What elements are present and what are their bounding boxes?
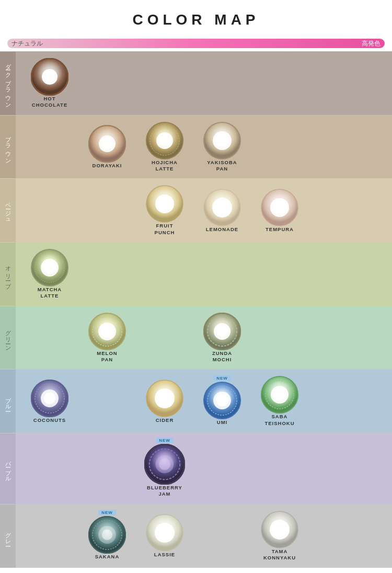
section-dark-brown: ダークブラウン HOTCHOCOLATE bbox=[0, 51, 392, 115]
svg-point-29 bbox=[101, 326, 113, 337]
section-brown: ブラウン DORAYAKI bbox=[0, 115, 392, 179]
lens-name: FRUITPUNCH bbox=[155, 223, 175, 236]
section-label-purple: パープル bbox=[0, 433, 16, 504]
lens-icon-umi bbox=[203, 382, 241, 419]
lens-icon-tama-konnyaku bbox=[261, 511, 298, 548]
section-content-gray: NEW SAKANA bbox=[16, 505, 392, 568]
list-item: NEW SAKANA bbox=[78, 512, 136, 560]
gradient-label-right: 高発色 bbox=[362, 39, 381, 48]
list-item: FRUITPUNCH bbox=[136, 185, 193, 236]
list-item: DORAYAKI bbox=[78, 125, 136, 169]
svg-point-2 bbox=[44, 72, 55, 82]
lens-name: SAKANA bbox=[95, 554, 120, 560]
lens-name: MATCHALATTE bbox=[38, 286, 62, 300]
svg-point-52 bbox=[159, 459, 170, 470]
section-label-green: グリーン bbox=[0, 306, 16, 370]
svg-point-15 bbox=[158, 197, 171, 211]
new-badge-sakana: NEW bbox=[98, 510, 116, 515]
lens-name: LEMONADE bbox=[206, 226, 238, 233]
svg-point-12 bbox=[216, 134, 228, 147]
lens-icon-fruit-punch bbox=[146, 185, 183, 223]
lens-icon-lemonade bbox=[203, 189, 241, 226]
svg-point-56 bbox=[102, 530, 112, 540]
lens-icon-sakana bbox=[88, 516, 126, 554]
lens-name: SABATEISHOKU bbox=[264, 414, 294, 427]
section-content-brown: DORAYAKI HOJICHALATTE bbox=[16, 116, 392, 179]
list-item: NEW UMI bbox=[193, 377, 251, 426]
lens-name: TEMPURA bbox=[266, 226, 294, 233]
section-content-purple: NEW BLUEBERRYJAM bbox=[16, 433, 392, 504]
lens-icon-coconuts bbox=[31, 380, 68, 417]
gradient-label-left: ナチュラル bbox=[11, 39, 43, 48]
lens-icon-blueberry-jam bbox=[144, 444, 185, 485]
section-label-olive: オリーブ bbox=[0, 243, 16, 306]
svg-point-25 bbox=[44, 262, 55, 273]
list-item: YAKISOBAPAN bbox=[193, 122, 251, 173]
lens-name: HOTCHOCOLATE bbox=[32, 96, 67, 109]
list-item: CIDER bbox=[136, 380, 193, 423]
lens-name: LASSIE bbox=[154, 552, 175, 558]
lens-icon-melon-pan bbox=[88, 313, 126, 350]
lens-name: DORAYAKI bbox=[93, 163, 122, 169]
list-item: NEW BLUEBERRYJAM bbox=[136, 440, 193, 498]
svg-point-18 bbox=[215, 200, 229, 215]
list-item: LASSIE bbox=[136, 514, 193, 558]
list-item: MELONPAN bbox=[78, 313, 136, 363]
lens-icon-lassie bbox=[146, 514, 183, 552]
gradient-bar-container: ナチュラル 高発色 bbox=[0, 36, 392, 51]
lens-icon-dorayaki bbox=[88, 125, 126, 163]
lens-name: TAMAKONNYAKU bbox=[263, 548, 296, 561]
section-olive: オリーブ MATCHALATTE bbox=[0, 242, 392, 306]
lens-name: MELONPAN bbox=[97, 350, 117, 363]
svg-point-44 bbox=[216, 395, 228, 406]
section-content-green: MELONPAN ZUNDAMOCHI bbox=[16, 306, 392, 370]
section-purple: パープル NEW BLUEBERRYJAM bbox=[0, 433, 392, 504]
svg-point-59 bbox=[157, 525, 172, 540]
section-blue: ブルー COCONUTS bbox=[0, 369, 392, 433]
lens-name: CIDER bbox=[156, 417, 174, 423]
list-item: HOTCHOCOLATE bbox=[21, 58, 78, 109]
page-title: COLOR MAP bbox=[0, 0, 392, 36]
list-item: TAMAKONNYAKU bbox=[251, 511, 308, 561]
new-badge-umi: NEW bbox=[213, 375, 231, 381]
section-label-blue: ブルー bbox=[0, 370, 16, 433]
list-item: TEMPURA bbox=[251, 189, 308, 233]
section-content-beige: FRUITPUNCH LEMONADE bbox=[16, 179, 392, 242]
section-content-blue: COCONUTS CIDER NEW bbox=[16, 370, 392, 433]
lens-name: HOJICHALATTE bbox=[152, 159, 178, 173]
lens-name: BLUEBERRYJAM bbox=[147, 485, 182, 498]
svg-point-40 bbox=[157, 391, 172, 406]
list-item: ZUNDAMOCHI bbox=[193, 313, 251, 363]
svg-point-62 bbox=[272, 522, 287, 537]
section-label-beige: ベージュ bbox=[0, 179, 16, 242]
svg-point-33 bbox=[217, 326, 227, 337]
svg-point-5 bbox=[102, 139, 112, 149]
lens-name: UMI bbox=[217, 419, 227, 426]
svg-point-37 bbox=[44, 393, 55, 404]
lens-icon-tempura bbox=[261, 189, 298, 226]
lens-icon-hot-chocolate bbox=[31, 58, 68, 96]
gradient-bar: ナチュラル 高発色 bbox=[7, 39, 385, 48]
list-item: COCONUTS bbox=[21, 380, 78, 423]
svg-point-9 bbox=[159, 135, 170, 146]
section-green: グリーン MELONPAN bbox=[0, 306, 392, 370]
list-item: HOJICHALATTE bbox=[136, 122, 193, 173]
list-item: SABATEISHOKU bbox=[251, 376, 308, 427]
lens-name: ZUNDAMOCHI bbox=[212, 350, 232, 363]
list-item: MATCHALATTE bbox=[21, 249, 78, 300]
lens-icon-hojicha-latte bbox=[146, 122, 183, 159]
section-label-dark-brown: ダークブラウン bbox=[0, 52, 16, 115]
lens-name: COCONUTS bbox=[33, 417, 66, 423]
lens-icon-cider bbox=[146, 380, 183, 417]
lens-icon-zunda-mochi bbox=[203, 313, 241, 350]
lens-icon-matcha-latte bbox=[31, 249, 68, 286]
list-item: LEMONADE bbox=[193, 189, 251, 233]
section-content-dark-brown: HOTCHOCOLATE bbox=[16, 52, 392, 115]
lens-icon-saba-teishoku bbox=[261, 376, 298, 414]
svg-point-48 bbox=[274, 389, 285, 400]
section-label-gray: グレー bbox=[0, 505, 16, 568]
lens-icon-yakisoba-pan bbox=[203, 122, 241, 159]
section-gray: グレー NEW SAKANA bbox=[0, 504, 392, 568]
lens-name: YAKISOBAPAN bbox=[207, 159, 237, 173]
new-badge-blueberry: NEW bbox=[156, 438, 174, 443]
